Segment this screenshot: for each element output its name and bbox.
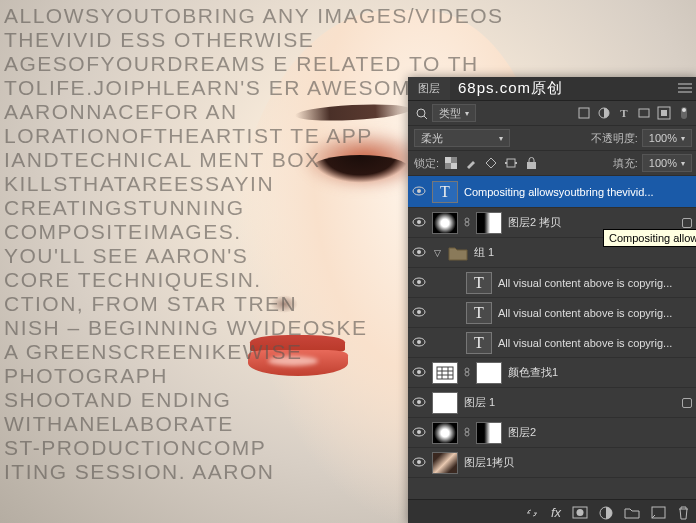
layer-name[interactable]: Compositing allowsyoutbring thevivid...: [464, 186, 694, 198]
visibility-toggle-icon[interactable]: [412, 337, 426, 349]
filter-type-select[interactable]: 类型 ▾: [432, 104, 476, 122]
folder-icon: [448, 245, 468, 261]
layer-fx-badge[interactable]: [682, 218, 692, 228]
visibility-toggle-icon[interactable]: [412, 247, 426, 259]
layer-name[interactable]: All visual content above is copyrig...: [498, 277, 694, 289]
layer-mask-thumb: [476, 212, 502, 234]
opacity-input[interactable]: 100% ▾: [642, 129, 692, 147]
layer-name[interactable]: 图层2: [508, 425, 694, 440]
filter-adjust-icon[interactable]: [596, 106, 612, 120]
lock-all-icon[interactable]: [523, 157, 539, 169]
svg-point-28: [417, 280, 421, 284]
chevron-down-icon: ▾: [499, 134, 503, 143]
panel-tab-bar: 图层 68ps.com原创: [408, 77, 696, 101]
layers-tab[interactable]: 图层: [408, 77, 450, 100]
layer-style-icon[interactable]: fx: [551, 505, 561, 520]
adjustment-layer-icon[interactable]: [599, 506, 613, 520]
svg-point-40: [465, 368, 469, 372]
layer-name[interactable]: 图层2 拷贝: [508, 215, 676, 230]
new-group-icon[interactable]: [624, 506, 640, 519]
visibility-toggle-icon[interactable]: [412, 217, 426, 229]
svg-rect-18: [527, 162, 536, 169]
lock-artboard-icon[interactable]: [503, 157, 519, 169]
blend-opacity-row: 柔光 ▾ 不透明度: 100% ▾: [408, 126, 696, 151]
text-layer-thumb: T: [466, 332, 492, 354]
svg-point-49: [417, 460, 421, 464]
layer-row[interactable]: 图层 1: [408, 388, 696, 418]
layer-thumb: [432, 392, 458, 414]
layer-tooltip: Compositing allowsyou: [603, 229, 696, 247]
visibility-toggle-icon[interactable]: [412, 457, 426, 469]
layer-row[interactable]: TAll visual content above is copyrig...: [408, 268, 696, 298]
layers-bottom-toolbar: fx: [408, 499, 696, 523]
text-layer-thumb: T: [466, 302, 492, 324]
svg-rect-16: [505, 162, 507, 164]
filter-toggle-icon[interactable]: [676, 106, 692, 120]
visibility-toggle-icon[interactable]: [412, 397, 426, 409]
visibility-toggle-icon[interactable]: [412, 427, 426, 439]
layer-row[interactable]: 颜色查找1: [408, 358, 696, 388]
svg-point-41: [465, 372, 469, 376]
filter-type-text-icon[interactable]: T: [616, 107, 632, 119]
svg-point-45: [417, 430, 421, 434]
chevron-down-icon: ▾: [681, 159, 685, 168]
layer-row[interactable]: TAll visual content above is copyrig...: [408, 298, 696, 328]
opacity-label: 不透明度:: [591, 131, 638, 146]
layer-name[interactable]: All visual content above is copyrig...: [498, 337, 694, 349]
mask-link-icon[interactable]: [464, 217, 470, 229]
lock-position-icon[interactable]: [483, 157, 499, 169]
svg-point-46: [465, 428, 469, 432]
visibility-toggle-icon[interactable]: [412, 186, 426, 198]
lock-fill-row: 锁定: 填充: 100% ▾: [408, 151, 696, 176]
svg-point-47: [465, 432, 469, 436]
group-toggle-icon[interactable]: ▽: [432, 248, 442, 258]
svg-point-32: [417, 340, 421, 344]
layer-name[interactable]: 图层1拷贝: [464, 455, 694, 470]
lock-paint-icon[interactable]: [463, 157, 479, 169]
text-layer-thumb: T: [466, 272, 492, 294]
svg-rect-13: [445, 157, 451, 163]
delete-layer-icon[interactable]: [677, 506, 690, 520]
layer-mask-thumb: [476, 362, 502, 384]
fill-input[interactable]: 100% ▾: [642, 154, 692, 172]
layer-row[interactable]: 图层2: [408, 418, 696, 448]
layers-list: TCompositing allowsyoutbring thevivid...…: [408, 176, 696, 478]
visibility-toggle-icon[interactable]: [412, 307, 426, 319]
layer-mask-icon[interactable]: [572, 506, 588, 519]
blend-mode-select[interactable]: 柔光 ▾: [414, 129, 510, 147]
layer-thumb: [432, 212, 458, 234]
svg-point-24: [465, 222, 469, 226]
svg-rect-35: [437, 367, 453, 379]
mask-link-icon[interactable]: [464, 367, 470, 379]
visibility-toggle-icon[interactable]: [412, 367, 426, 379]
svg-rect-5: [579, 108, 589, 118]
panel-menu-icon[interactable]: [678, 83, 692, 95]
layer-thumb: [432, 452, 458, 474]
layer-filter-row: 类型 ▾ T: [408, 101, 696, 126]
layer-row[interactable]: TCompositing allowsyoutbring thevivid...: [408, 176, 696, 208]
new-layer-icon[interactable]: [651, 506, 666, 519]
svg-point-20: [417, 189, 421, 193]
link-layers-icon[interactable]: [524, 506, 540, 520]
layer-fx-badge[interactable]: [682, 398, 692, 408]
layer-name[interactable]: All visual content above is copyrig...: [498, 307, 694, 319]
filter-shape-icon[interactable]: [636, 106, 652, 120]
mask-link-icon[interactable]: [464, 427, 470, 439]
layer-name[interactable]: 颜色查找1: [508, 365, 694, 380]
svg-point-26: [417, 250, 421, 254]
lock-transparent-icon[interactable]: [443, 157, 459, 169]
filter-kind-icon[interactable]: [414, 106, 428, 120]
visibility-toggle-icon[interactable]: [412, 277, 426, 289]
layer-name[interactable]: 组 1: [474, 245, 694, 260]
filter-pixel-icon[interactable]: [576, 106, 592, 120]
svg-point-11: [682, 108, 686, 112]
layer-row[interactable]: 图层1拷贝: [408, 448, 696, 478]
svg-point-3: [417, 109, 425, 117]
layers-panel: 图层 68ps.com原创 类型 ▾ T 柔光 ▾ 不透明度: 100% ▾: [408, 77, 696, 523]
svg-line-4: [424, 116, 427, 119]
filter-smart-icon[interactable]: [656, 106, 672, 120]
svg-point-34: [417, 370, 421, 374]
svg-rect-7: [639, 109, 649, 117]
layer-name[interactable]: 图层 1: [464, 395, 676, 410]
layer-row[interactable]: TAll visual content above is copyrig...: [408, 328, 696, 358]
